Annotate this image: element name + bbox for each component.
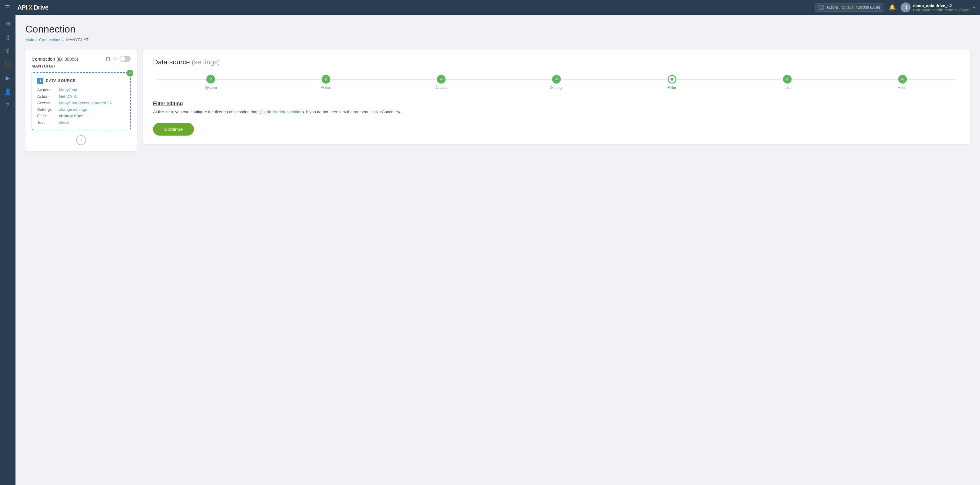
step-system: ✓ System — [153, 75, 268, 90]
card-row-val-access[interactable]: ManyChat (account added 22 — [59, 101, 112, 105]
step-settings: ✓ Settings — [499, 75, 614, 90]
avatar: d — [901, 3, 911, 13]
step-access: ✓ Access — [383, 75, 499, 90]
card-rows: System ManyChat Action Get DATA Access M… — [37, 87, 125, 125]
step-circle-access: ✓ — [437, 75, 445, 84]
bell-icon[interactable]: 🔔 — [889, 4, 896, 11]
card-row-val-settings[interactable]: change settings — [59, 107, 87, 112]
sidebar-item-flow[interactable]: ⣿ — [2, 31, 14, 43]
settings-icon[interactable]: ⚙ — [113, 56, 117, 61]
username: demo_apix-drive_s2 — [913, 3, 969, 8]
page-title: Connection — [25, 24, 970, 35]
step-label-filter: Filter — [667, 86, 676, 90]
chevron-down-icon: ▾ — [973, 5, 975, 10]
step-circle-finish: ✓ — [898, 75, 907, 84]
sidebar-item-home[interactable]: ⊞ — [2, 17, 14, 30]
step-label-action: Action — [321, 86, 331, 90]
sidebar-item-user[interactable]: 👤 — [2, 86, 14, 98]
card-row-key: Test — [37, 120, 59, 125]
step-label-settings: Settings — [550, 86, 563, 90]
ds-title: Data source (settings) — [153, 58, 960, 66]
step-finish: ✓ Finish — [845, 75, 960, 90]
steps-container: ✓ System ✓ Action ✓ Access ✓ — [153, 75, 960, 90]
connection-name: MANYCHAT — [32, 64, 131, 68]
card-label: DATA SOURCE — [46, 79, 76, 83]
card-row-system: System ManyChat — [37, 87, 125, 92]
hamburger-icon[interactable]: ☰ — [5, 4, 10, 11]
card-row-key: Action — [37, 94, 59, 99]
logo-x: X — [29, 4, 33, 11]
breadcrumb-connections[interactable]: Connections — [39, 38, 61, 42]
actions-current: 25'151 — [842, 5, 853, 10]
step-label-system: System — [205, 86, 217, 90]
actions-badge: i Actions: 25'151 / 50'000 (50%) — [815, 3, 884, 12]
filter-title: Filter editing — [153, 101, 960, 106]
right-panel: Data source (settings) ✓ System ✓ Action — [143, 49, 970, 144]
card-row-val-filter[interactable]: change filter — [59, 114, 83, 118]
step-filter: Filter — [614, 75, 730, 90]
ds-title-suffix: (settings) — [192, 58, 220, 66]
card-row-action: Action Get DATA — [37, 94, 125, 99]
sidebar-item-play[interactable]: ▶ — [2, 72, 14, 84]
info-icon: i — [819, 5, 824, 10]
step-label-finish: Finish — [897, 86, 907, 90]
card-row-key: Filter — [37, 114, 59, 118]
card-row-val-system[interactable]: ManyChat — [59, 87, 77, 92]
plan-info: Plan |Start| left until payment 28 days — [913, 8, 969, 12]
step-circle-action: ✓ — [321, 75, 330, 84]
copy-icon[interactable]: 📋 — [105, 56, 111, 61]
card-check-icon: ✓ — [126, 70, 133, 76]
panel-header: Connection (ID: 38958) 📋 ⚙ — [32, 56, 131, 62]
panel-title: Connection (ID: 38958) — [32, 56, 78, 62]
card-row-key: Settings — [37, 107, 59, 112]
card-row-key: System — [37, 87, 59, 92]
card-row-key: Access — [37, 101, 59, 105]
step-test: ✓ Test — [730, 75, 845, 90]
actions-label: Actions: — [827, 5, 840, 10]
step-circle-filter — [668, 75, 676, 84]
topnav: ☰ APIXDrive i Actions: 25'151 / 50'000 (… — [0, 0, 980, 15]
card-header: 1 DATA SOURCE — [37, 78, 125, 84]
card-row-access: Access ManyChat (account added 22 — [37, 101, 125, 105]
left-panel: Connection (ID: 38958) 📋 ⚙ MANYCHAT ✓ 1 … — [25, 49, 137, 151]
breadcrumb-main[interactable]: Main — [25, 38, 34, 42]
actions-total: / 50'000 (50%) — [856, 5, 880, 10]
data-source-card: ✓ 1 DATA SOURCE System ManyChat Action G… — [32, 72, 131, 130]
sidebar: ⊞ ⣿ $ ⬛ ▶ 👤 ? — [0, 15, 16, 485]
user-menu[interactable]: d demo_apix-drive_s2 Plan |Start| left u… — [901, 3, 975, 13]
step-circle-settings: ✓ — [552, 75, 561, 84]
add-circle-button[interactable]: + — [76, 135, 86, 145]
continue-button[interactable]: Continue — [153, 123, 194, 136]
sidebar-item-billing[interactable]: $ — [2, 44, 14, 57]
logo-text1: API — [18, 4, 27, 11]
add-filter-link[interactable]: + add filtering condition — [261, 109, 302, 114]
card-row-settings: Settings change settings — [37, 107, 125, 112]
step-action: ✓ Action — [268, 75, 383, 90]
sidebar-item-briefcase[interactable]: ⬛ — [2, 58, 14, 71]
card-row-filter: Filter change filter — [37, 114, 125, 118]
breadcrumb: Main / Connections / MANYCHAT — [25, 38, 970, 42]
toggle-switch[interactable] — [119, 56, 131, 62]
logo-text2: Drive — [34, 4, 49, 11]
add-button-wrapper: + — [32, 135, 131, 145]
filter-desc: At this step, you can configure the filt… — [153, 109, 960, 116]
card-row-val-action[interactable]: Get DATA — [59, 94, 76, 99]
step-label-access: Access — [435, 86, 447, 90]
card-row-val-test[interactable]: check — [59, 120, 69, 125]
panel-icons: 📋 ⚙ — [105, 56, 131, 62]
sidebar-item-help[interactable]: ? — [2, 99, 14, 111]
main-content: Connection Main / Connections / MANYCHAT… — [16, 15, 980, 485]
step-label-test: Test — [784, 86, 791, 90]
step-circle-system: ✓ — [206, 75, 215, 84]
connection-id: (ID: 38958) — [56, 57, 78, 62]
logo: APIXDrive — [18, 4, 48, 11]
breadcrumb-current: MANYCHAT — [66, 38, 89, 42]
card-number: 1 — [37, 78, 43, 84]
card-row-test: Test check — [37, 120, 125, 125]
step-circle-test: ✓ — [783, 75, 792, 84]
